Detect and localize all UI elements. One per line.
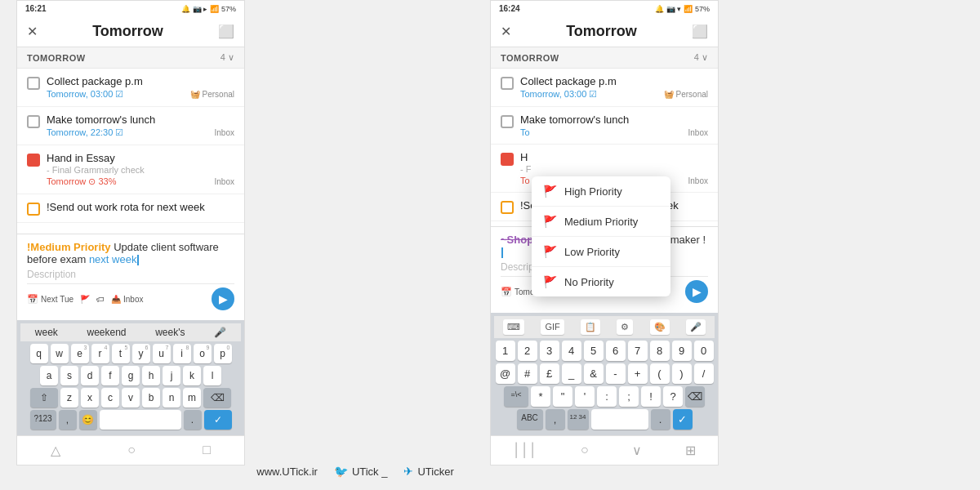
left-inbox-button[interactable]: 📥 Inbox	[111, 295, 143, 304]
right-num-3[interactable]: 3	[540, 341, 559, 361]
left-task-item-2[interactable]: Make tomorrow's lunch Tomorrow, 22:30 ☑ …	[17, 107, 244, 145]
left-key-n[interactable]: n	[163, 388, 180, 408]
right-num-exclaim[interactable]: !	[641, 386, 661, 407]
right-kb-btn-mic[interactable]: 🎤	[686, 319, 706, 335]
left-key-s[interactable]: s	[60, 366, 78, 385]
right-num-rparen[interactable]: )	[672, 363, 692, 384]
right-edit-button[interactable]: ⬜	[692, 24, 708, 39]
left-task-checkbox-3[interactable]	[27, 154, 40, 167]
right-kb-btn-clipboard[interactable]: 📋	[581, 319, 600, 335]
right-close-button[interactable]: ✕	[501, 24, 511, 39]
right-num-period[interactable]: .	[651, 409, 670, 430]
left-input-area[interactable]: !Medium Priority Update client software …	[17, 234, 244, 320]
left-key-a[interactable]: a	[40, 366, 58, 385]
left-key-shift[interactable]: ⇧	[30, 388, 58, 408]
right-num-underscore[interactable]: _	[562, 363, 581, 384]
right-num-star[interactable]: *	[531, 386, 550, 407]
priority-item-none[interactable]: 🚩 No Priority	[532, 267, 670, 296]
right-num-pound[interactable]: £	[540, 363, 559, 384]
right-kb-btn-keyboard[interactable]: ⌨	[503, 319, 524, 335]
left-key-e[interactable]: e3	[71, 344, 89, 363]
right-num-amp[interactable]: &	[584, 363, 604, 384]
right-num-lparen[interactable]: (	[650, 363, 670, 384]
left-task-checkbox-4[interactable]	[27, 203, 40, 216]
left-key-c[interactable]: c	[101, 388, 119, 408]
left-suggestion-2[interactable]: weekend	[87, 327, 127, 338]
left-key-m[interactable]: m	[183, 388, 201, 408]
left-key-num[interactable]: ?123	[30, 410, 56, 430]
left-task-item-1[interactable]: Collect package p.m Tomorrow, 03:00 ☑ 🧺 …	[17, 69, 244, 107]
right-num-2[interactable]: 2	[518, 341, 537, 361]
right-task-item-1[interactable]: Collect package p.m Tomorrow, 03:00 ☑ 🧺 …	[491, 69, 718, 107]
right-num-colon[interactable]: :	[597, 386, 617, 407]
right-num-7[interactable]: 7	[628, 341, 648, 361]
right-num-6[interactable]: 6	[606, 341, 626, 361]
right-num-abc[interactable]: ABC	[517, 409, 543, 430]
right-num-plus[interactable]: +	[628, 363, 648, 384]
left-suggestion-3[interactable]: week's	[155, 327, 185, 338]
left-key-y[interactable]: y6	[132, 344, 150, 363]
left-key-x[interactable]: x	[81, 388, 99, 408]
right-num-8[interactable]: 8	[650, 341, 670, 361]
right-num-enter[interactable]: ✓	[673, 409, 693, 430]
right-num-dquote[interactable]: "	[553, 386, 572, 407]
left-key-b[interactable]: b	[142, 388, 160, 408]
left-close-button[interactable]: ✕	[27, 24, 38, 39]
left-description-placeholder[interactable]: Description	[27, 269, 234, 280]
right-task-item-2[interactable]: Make tomorrow's lunch To Inbox	[491, 107, 718, 145]
right-num-5[interactable]: 5	[584, 341, 604, 361]
right-nav-grid[interactable]: ⊞	[677, 439, 704, 461]
right-nav-recent[interactable]: ∨	[624, 439, 650, 461]
right-task-checkbox-1[interactable]	[501, 77, 514, 90]
left-key-period[interactable]: .	[184, 410, 202, 430]
left-key-g[interactable]: g	[122, 366, 140, 385]
left-key-o[interactable]: o9	[194, 344, 212, 363]
left-nav-back[interactable]: △	[42, 439, 69, 461]
left-key-z[interactable]: z	[60, 388, 78, 408]
left-task-input-text[interactable]: !Medium Priority Update client software …	[27, 241, 234, 265]
left-key-enter[interactable]: ✓	[204, 410, 232, 430]
left-key-emoji[interactable]: 😊	[79, 410, 97, 430]
right-num-1234[interactable]: 12 34	[568, 409, 589, 430]
right-num-4[interactable]: 4	[562, 341, 581, 361]
left-task-item-3[interactable]: Hand in Essay - Final Grammarly check To…	[17, 145, 244, 194]
right-num-1[interactable]: 1	[496, 341, 515, 361]
left-key-comma[interactable]: ,	[59, 410, 77, 430]
left-key-p[interactable]: p0	[214, 344, 232, 363]
right-task-checkbox-2[interactable]	[501, 115, 514, 128]
left-key-d[interactable]: d	[81, 366, 99, 385]
left-key-k[interactable]: k	[183, 366, 201, 385]
left-key-l[interactable]: l	[203, 366, 221, 385]
right-num-special[interactable]: =\<	[504, 386, 528, 407]
priority-item-medium[interactable]: 🚩 Medium Priority	[532, 207, 670, 237]
left-edit-button[interactable]: ⬜	[218, 24, 234, 39]
priority-item-low[interactable]: 🚩 Low Priority	[532, 237, 670, 267]
left-send-button[interactable]: ▶	[212, 287, 234, 310]
right-num-semi[interactable]: ;	[619, 386, 639, 407]
right-nav-home[interactable]: ○	[572, 439, 597, 461]
left-key-f[interactable]: f	[101, 366, 119, 385]
right-kb-btn-art[interactable]: 🎨	[650, 319, 670, 335]
left-mic-icon[interactable]: 🎤	[214, 327, 226, 338]
left-key-j[interactable]: j	[163, 366, 180, 385]
left-key-v[interactable]: v	[122, 388, 140, 408]
left-task-checkbox-2[interactable]	[27, 115, 40, 128]
left-key-space[interactable]	[100, 410, 181, 430]
left-key-backspace[interactable]: ⌫	[203, 388, 231, 408]
right-num-squote[interactable]: '	[575, 386, 595, 407]
right-send-button[interactable]: ▶	[685, 280, 708, 303]
left-task-checkbox-1[interactable]	[27, 77, 40, 90]
priority-dropdown[interactable]: 🚩 High Priority 🚩 Medium Priority 🚩 Low …	[532, 176, 670, 296]
left-tag-button[interactable]: 🏷	[96, 295, 105, 304]
right-num-9[interactable]: 9	[672, 341, 692, 361]
left-flag-button[interactable]: 🚩	[80, 295, 90, 304]
right-num-0[interactable]: 0	[694, 341, 714, 361]
right-task-checkbox-3[interactable]	[501, 153, 514, 166]
left-suggestion-1[interactable]: week	[35, 327, 58, 338]
right-num-question[interactable]: ?	[663, 386, 683, 407]
left-key-w[interactable]: w	[51, 344, 69, 363]
left-key-q[interactable]: q	[30, 344, 48, 363]
left-key-u[interactable]: u7	[153, 344, 171, 363]
left-nav-recent[interactable]: □	[194, 439, 219, 461]
left-date-button[interactable]: 📅 Next Tue	[27, 294, 74, 305]
